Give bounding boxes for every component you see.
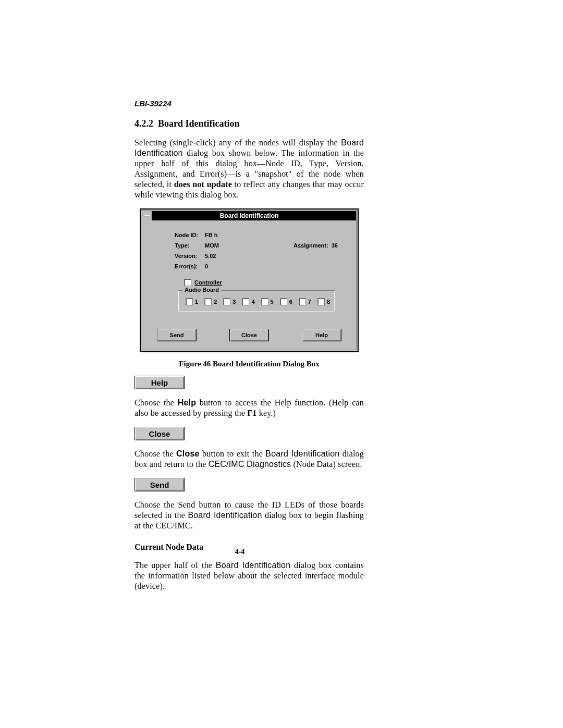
dialog-name: Board Identification	[188, 511, 262, 520]
errors-label: Error(s):	[175, 263, 205, 269]
content-area: LBI-39224 4.2.2 Board Identification Sel…	[134, 99, 364, 591]
controller-label: Controller	[194, 279, 222, 286]
controller-checkbox-row: Controller	[184, 279, 344, 286]
dialog-title-text: Board Identification	[220, 212, 279, 219]
audio-label-3: 3	[232, 299, 236, 305]
assignment-value: 36	[332, 242, 338, 249]
audio-label-6: 6	[289, 299, 292, 305]
audio-checkbox-2[interactable]	[204, 298, 212, 305]
send-paragraph: Choose the Send button to cause the ID L…	[134, 500, 364, 531]
current-node-paragraph: The upper half of the Board Identificati…	[134, 560, 364, 591]
text: Choose the	[134, 398, 178, 407]
send-button-illustration: Send	[134, 478, 185, 491]
audio-board-7: 7	[299, 298, 311, 305]
text: button to exit the	[200, 449, 266, 458]
audio-board-3: 3	[223, 298, 236, 305]
section-number: 4.2.2	[134, 118, 153, 129]
audio-board-1: 1	[186, 298, 198, 305]
text: Selecting (single-click) any of the node…	[134, 138, 341, 147]
audio-checkbox-5[interactable]	[261, 298, 268, 305]
text: key.)	[257, 409, 276, 417]
node-id-value: FB h	[205, 232, 247, 238]
f1-key: F1	[247, 409, 256, 417]
board-identification-dialog: Board Identification Node ID: FB h Type:…	[140, 208, 359, 352]
screen-name: CEC/IMC Diagnostics	[209, 460, 291, 468]
dialog-titlebar: Board Identification	[142, 211, 356, 220]
version-value: 5.02	[205, 253, 247, 259]
audio-label-8: 8	[327, 299, 330, 305]
audio-label-4: 4	[251, 299, 254, 305]
audio-board-group: Audio Board 1 2 3 4 5 6 7 8	[178, 290, 335, 312]
document-page: LBI-39224 4.2.2 Board Identification Sel…	[0, 0, 563, 728]
text: The upper half of the	[134, 561, 216, 570]
audio-checkbox-7[interactable]	[299, 298, 306, 305]
dialog-name: Board Identification	[216, 561, 290, 570]
audio-checkbox-6[interactable]	[280, 298, 287, 305]
dialog-help-button[interactable]: Help	[302, 329, 341, 341]
section-title: Board Identification	[158, 118, 240, 129]
dialog-close-button[interactable]: Close	[229, 329, 269, 341]
document-id: LBI-39224	[134, 99, 364, 108]
info-grid: Node ID: FB h Type: MOM Assignment: 36 V…	[175, 232, 344, 269]
type-label: Type:	[175, 242, 205, 249]
emphasis: does not update	[174, 180, 232, 189]
close-name: Close	[176, 449, 200, 458]
dialog-body: Node ID: FB h Type: MOM Assignment: 36 V…	[142, 220, 356, 329]
figure-caption: Figure 46 Board Identification Dialog Bo…	[134, 360, 364, 368]
text: (Node Data) screen.	[291, 460, 362, 468]
close-paragraph: Choose the Close button to exit the Boar…	[134, 449, 364, 470]
text: Choose the	[134, 449, 176, 458]
controller-checkbox[interactable]	[184, 279, 191, 286]
version-label: Version:	[175, 253, 205, 259]
audio-checkbox-4[interactable]	[242, 298, 249, 305]
errors-value: 0	[205, 263, 247, 269]
type-value: MOM	[205, 242, 247, 249]
help-name: Help	[178, 398, 196, 407]
audio-checkbox-3[interactable]	[223, 298, 230, 305]
assignment: Assignment: 36	[247, 242, 344, 249]
audio-board-6: 6	[280, 298, 292, 305]
audio-board-8: 8	[317, 298, 330, 305]
page-number: 4-4	[0, 548, 480, 556]
help-paragraph: Choose the Help button to access the Hel…	[134, 398, 364, 418]
audio-board-4: 4	[242, 298, 254, 305]
dialog-name: Board Identification	[265, 449, 339, 458]
audio-label-7: 7	[308, 299, 311, 305]
node-id-label: Node ID:	[175, 232, 205, 238]
audio-checkbox-1[interactable]	[186, 298, 193, 305]
help-button-illustration: Help	[134, 376, 185, 389]
dialog-send-button[interactable]: Send	[157, 329, 197, 341]
audio-checkbox-8[interactable]	[317, 298, 325, 305]
audio-board-5: 5	[261, 298, 274, 305]
assignment-label: Assignment:	[293, 242, 328, 249]
audio-label-5: 5	[271, 299, 274, 305]
audio-board-row: 1 2 3 4 5 6 7 8	[183, 298, 329, 305]
audio-label-1: 1	[195, 299, 198, 305]
audio-label-2: 2	[214, 299, 217, 305]
close-button-illustration: Close	[134, 427, 185, 440]
dialog-button-row: Send Close Help	[142, 329, 356, 350]
intro-paragraph: Selecting (single-click) any of the node…	[134, 138, 364, 200]
system-menu-icon[interactable]	[142, 211, 152, 220]
section-heading: 4.2.2 Board Identification	[134, 118, 364, 129]
audio-board-2: 2	[204, 298, 217, 305]
dialog-inner: Board Identification Node ID: FB h Type:…	[142, 211, 357, 350]
audio-board-legend: Audio Board	[182, 287, 221, 293]
